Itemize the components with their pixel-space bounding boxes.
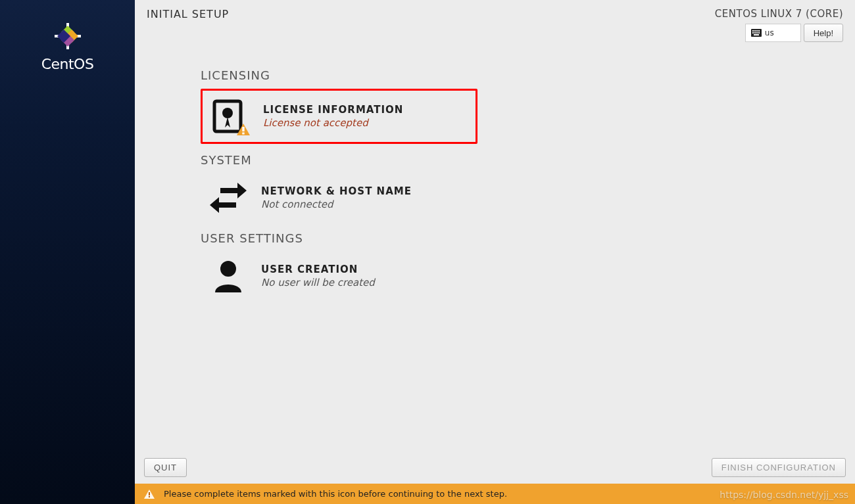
section-user-heading: USER SETTINGS [201, 231, 848, 245]
svg-point-21 [220, 261, 236, 277]
svg-rect-20 [242, 133, 244, 135]
svg-rect-19 [242, 127, 244, 131]
svg-rect-12 [754, 32, 756, 34]
license-icon [210, 97, 250, 135]
svg-rect-11 [752, 32, 754, 34]
svg-rect-8 [754, 30, 756, 32]
centos-logo-icon [55, 23, 81, 49]
keyboard-icon [751, 29, 762, 37]
svg-rect-15 [754, 34, 759, 35]
sidebar-brand: CentOS [41, 56, 94, 72]
page-title: INITIAL SETUP [147, 8, 229, 42]
finish-configuration-button[interactable]: FINISH CONFIGURATION [712, 458, 846, 477]
svg-point-17 [222, 108, 233, 118]
spoke-license-title: LICENSE INFORMATION [263, 104, 403, 116]
spoke-network-status: Not connected [261, 198, 412, 210]
svg-rect-24 [149, 496, 150, 497]
footer-bar: QUIT FINISH CONFIGURATION [135, 451, 855, 484]
warning-text: Please complete items marked with this i… [164, 489, 507, 499]
spoke-license-status: License not accepted [263, 117, 403, 129]
watermark: https://blog.csdn.net/yjj_xss [720, 490, 848, 500]
main: INITIAL SETUP CENTOS LINUX 7 (CORE) us H… [135, 0, 855, 504]
keyboard-layout-indicator[interactable]: us [745, 24, 801, 42]
spoke-network-hostname[interactable]: NETWORK & HOST NAME Not connected [201, 173, 420, 222]
svg-rect-13 [756, 32, 758, 34]
svg-rect-10 [758, 30, 760, 32]
content: LICENSING LICENSE INFORMATION License no… [135, 46, 855, 451]
spoke-user-status: No user will be created [261, 277, 375, 288]
sidebar: CentOS [0, 0, 135, 504]
section-licensing-heading: LICENSING [201, 68, 848, 82]
network-icon [208, 179, 248, 217]
svg-rect-14 [758, 32, 760, 34]
spoke-license-information[interactable]: LICENSE INFORMATION License not accepted [201, 89, 477, 144]
help-button[interactable]: Help! [804, 24, 843, 42]
spoke-user-title: USER CREATION [261, 263, 375, 275]
keyboard-layout-label: us [765, 28, 774, 37]
svg-rect-9 [756, 30, 758, 32]
user-icon [208, 257, 248, 295]
distro-name: CENTOS LINUX 7 (CORE) [715, 8, 843, 20]
svg-rect-23 [149, 492, 150, 495]
spoke-network-title: NETWORK & HOST NAME [261, 185, 412, 197]
warning-icon [144, 490, 155, 499]
section-system-heading: SYSTEM [201, 153, 848, 167]
warning-bar: Please complete items marked with this i… [135, 484, 855, 504]
quit-button[interactable]: QUIT [144, 458, 187, 477]
svg-rect-7 [752, 30, 754, 32]
spoke-user-creation[interactable]: USER CREATION No user will be created [201, 252, 383, 300]
header: INITIAL SETUP CENTOS LINUX 7 (CORE) us H… [135, 0, 855, 46]
